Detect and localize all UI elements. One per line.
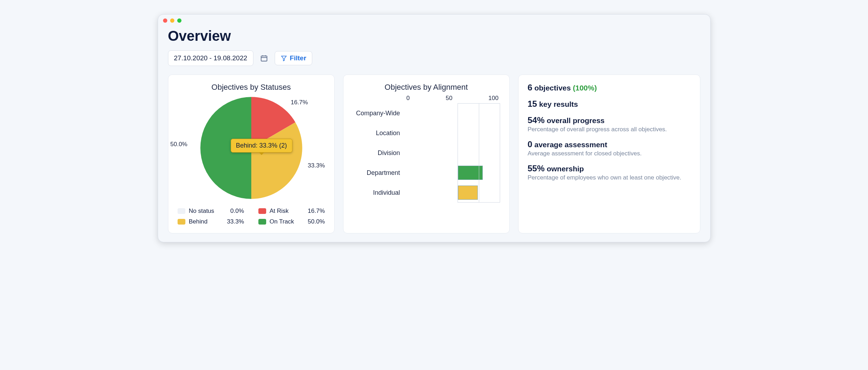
window-titlebar [158, 15, 710, 27]
legend-pct: 0.0% [230, 208, 244, 215]
page-title: Overview [168, 28, 700, 44]
stat-label: average assessment [534, 140, 607, 149]
bar-row-individual: Individual [353, 183, 500, 203]
stat-sub: Percentage of overall progress across al… [528, 126, 691, 133]
bar-cell [458, 143, 500, 163]
stat-objectives: 6 objectives (100%) [528, 83, 691, 93]
legend-pct: 16.7% [308, 208, 325, 215]
pie-label-behind: 33.3% [308, 162, 325, 169]
bar-cell [458, 123, 500, 143]
pie-chart: 16.7% 33.3% 50.0% Behind: 33.3% (2) [178, 95, 325, 201]
bar-category: Department [353, 169, 405, 177]
swatch-icon [258, 208, 266, 214]
swatch-icon [178, 219, 185, 225]
swatch-icon [258, 219, 266, 225]
svg-marker-4 [281, 56, 286, 61]
legend-item-at-risk[interactable]: At Risk 16.7% [258, 208, 325, 215]
bar-cell [458, 103, 500, 123]
controls-bar: 27.10.2020 - 19.08.2022 Filter [168, 50, 700, 66]
bar-tick: 0 [407, 95, 410, 102]
stat-sub: Average assessment for closed objectives… [528, 150, 691, 157]
summary-stats-card: 6 objectives (100%) 15 key results 54% o… [518, 74, 700, 233]
bar-tick: 100 [488, 95, 498, 102]
legend-pct: 50.0% [308, 218, 325, 225]
legend-item-behind[interactable]: Behind 33.3% [178, 218, 244, 225]
pie-label-on-track: 50.0% [170, 141, 187, 148]
app-window: Overview 27.10.2020 - 19.08.2022 Filter … [158, 14, 711, 242]
filter-icon [281, 55, 287, 61]
bar-row-location: Location [353, 123, 500, 143]
calendar-button[interactable] [258, 52, 270, 65]
date-range-picker[interactable]: 27.10.2020 - 19.08.2022 [168, 50, 253, 66]
stat-key-results: 15 key results [528, 99, 691, 109]
bar-category: Company-Wide [353, 110, 405, 117]
close-window-icon[interactable] [163, 18, 167, 23]
objectives-by-alignment-card: Objectives by Alignment 0 50 100 Company… [343, 74, 510, 233]
calendar-icon [260, 54, 268, 62]
stat-ownership: 55% ownership Percentage of employees wh… [528, 164, 691, 181]
bar-row-division: Division [353, 143, 500, 163]
pie-title: Objectives by Statuses [178, 83, 325, 92]
bar-rows: Company-Wide Location Divi [353, 103, 500, 203]
svg-rect-0 [261, 56, 267, 61]
objectives-by-status-card: Objectives by Statuses 16.7% 33.3% 50.0%… [168, 74, 335, 233]
stat-value: 6 [528, 83, 532, 92]
stat-pct: (100%) [573, 84, 597, 92]
legend-label: At Risk [270, 208, 289, 215]
pie-legend: No status 0.0% At Risk 16.7% Behind 33.3… [178, 208, 325, 225]
stat-overall-progress: 54% overall progress Percentage of overa… [528, 115, 691, 133]
bar-row-department: Department [353, 163, 500, 183]
bar-cell [458, 183, 500, 203]
legend-pct: 33.3% [227, 218, 244, 225]
bar-category: Division [353, 149, 405, 157]
legend-label: On Track [270, 218, 294, 225]
filter-button[interactable]: Filter [275, 51, 312, 65]
stat-label: overall progress [547, 116, 604, 125]
pie-label-at-risk: 16.7% [291, 99, 308, 106]
stat-label: objectives [534, 84, 571, 92]
bar-chart: 0 50 100 Company-Wide Location [353, 95, 500, 203]
legend-item-on-track[interactable]: On Track 50.0% [258, 218, 325, 225]
stat-label: key results [539, 100, 578, 108]
stat-average-assessment: 0 average assessment Average assessment … [528, 139, 691, 157]
bar-title: Objectives by Alignment [353, 83, 500, 92]
bar-cell [458, 163, 500, 183]
bar-tick: 50 [446, 95, 453, 102]
stat-sub: Percentage of employees who own at least… [528, 174, 691, 181]
stat-label: ownership [547, 165, 584, 173]
filter-label: Filter [290, 54, 306, 62]
legend-label: No status [189, 208, 214, 215]
stat-value: 55% [528, 164, 545, 173]
pie-tooltip: Behind: 33.3% (2) [231, 139, 292, 153]
stat-value: 0 [528, 139, 532, 149]
maximize-window-icon[interactable] [177, 18, 181, 23]
bar-row-company-wide: Company-Wide [353, 103, 500, 123]
bar-fill[interactable] [458, 186, 478, 200]
bar-category: Individual [353, 189, 405, 197]
minimize-window-icon[interactable] [170, 18, 174, 23]
stat-value: 15 [528, 99, 537, 109]
bar-axis: 0 50 100 [405, 95, 500, 103]
bar-fill[interactable] [458, 166, 483, 180]
bar-category: Location [353, 129, 405, 137]
swatch-icon [178, 208, 185, 214]
legend-item-no-status[interactable]: No status 0.0% [178, 208, 244, 215]
stat-value: 54% [528, 115, 545, 125]
legend-label: Behind [189, 218, 208, 225]
